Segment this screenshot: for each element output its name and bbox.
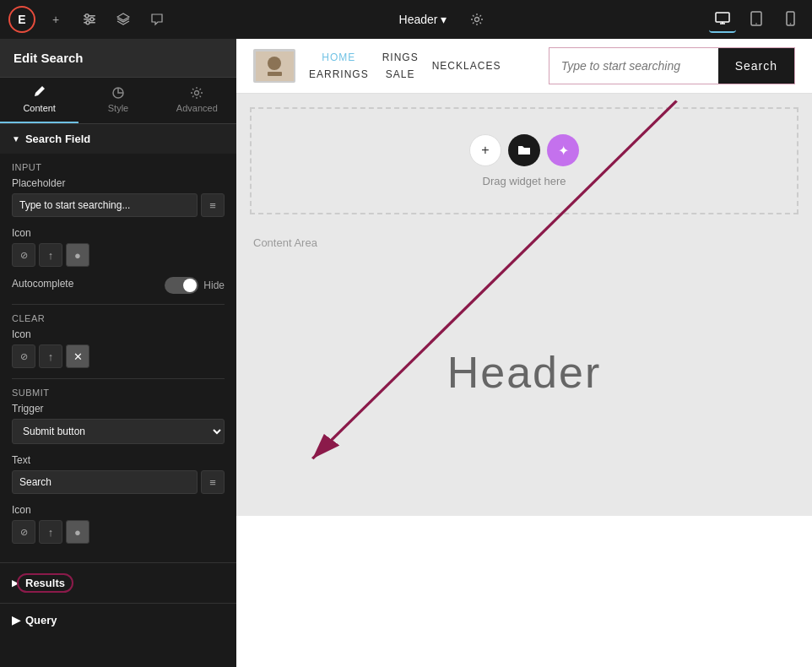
clear-subsection: Clear Icon ⊘ ↑ ✕	[12, 313, 225, 368]
results-label: Results	[17, 573, 73, 593]
preview-nav: HOME EARRINGS RINGS SALE NECKLACES	[309, 52, 535, 80]
trigger-select[interactable]: Submit button On enter Auto	[12, 419, 225, 444]
submit-icon-row: Icon ⊘ ↑ ●	[12, 504, 225, 544]
input-subsection: Input Placeholder ≡	[12, 162, 225, 217]
settings-icon[interactable]	[463, 6, 490, 33]
placeholder-input[interactable]	[12, 193, 198, 217]
nav-col-1: HOME EARRINGS	[309, 52, 369, 80]
no-icon-btn[interactable]: ⊘	[12, 243, 35, 267]
search-field-section-body: Input Placeholder ≡ Icon ⊘ ↑ ●	[0, 154, 236, 562]
search-bar-preview: Search	[549, 47, 795, 84]
search-preview-input[interactable]	[549, 48, 718, 84]
submit-no-icon-btn[interactable]: ⊘	[12, 520, 35, 544]
query-chevron-icon: ▶	[12, 614, 20, 626]
header-big-text: Header	[447, 347, 602, 398]
layers-icon[interactable]	[110, 6, 137, 33]
gear-icon	[190, 86, 203, 100]
desktop-view-btn[interactable]	[709, 6, 736, 33]
folder-btn[interactable]	[508, 134, 540, 166]
style-icon	[111, 86, 125, 100]
clear-icon-group: ⊘ ↑ ✕	[12, 344, 225, 368]
sliders-icon[interactable]	[76, 6, 103, 33]
right-canvas: HOME EARRINGS RINGS SALE NECKLACES Searc…	[236, 39, 812, 667]
submit-icon-label: Icon	[12, 504, 225, 516]
clear-upload-btn[interactable]: ↑	[39, 344, 62, 368]
placeholder-input-group: ≡	[12, 193, 225, 217]
drag-zone-buttons: + ✦	[469, 134, 579, 166]
placeholder-align-icon[interactable]: ≡	[201, 193, 225, 217]
trigger-label: Trigger	[12, 403, 225, 415]
nav-home[interactable]: HOME	[322, 52, 355, 63]
nav-sale[interactable]: SALE	[386, 68, 415, 80]
svg-point-9	[755, 23, 757, 24]
chevron-down-icon: ▼	[12, 134, 20, 144]
results-section-header[interactable]: ▶ Results	[0, 563, 236, 603]
chat-icon[interactable]	[143, 6, 171, 33]
drag-widget-zone[interactable]: + ✦ Drag widget here	[250, 107, 798, 214]
icon-field-row: Icon ⊘ ↑ ●	[12, 227, 225, 267]
trigger-input-group: Submit button On enter Auto	[12, 419, 225, 444]
results-section: ▶ Results	[0, 562, 236, 603]
pencil-icon	[33, 86, 46, 100]
preview-content: + ✦ Drag widget here Content Area Header	[236, 94, 812, 516]
sparkle-btn[interactable]: ✦	[547, 134, 579, 166]
preview-main-area: Content Area Header	[236, 228, 812, 516]
icon-label: Icon	[12, 227, 225, 239]
svg-point-15	[268, 57, 281, 70]
submit-subsection: Submit Trigger Submit button On enter Au…	[12, 388, 225, 444]
submit-icon-group: ⊘ ↑ ●	[12, 520, 225, 544]
autocomplete-row: Autocomplete Hide	[12, 277, 225, 294]
svg-point-6	[475, 18, 479, 22]
panel-content: ▼ Search Field Input Placeholder ≡ Icon	[0, 124, 236, 667]
submit-circle-btn[interactable]: ●	[66, 520, 89, 544]
top-toolbar: E + Header ▾	[0, 0, 812, 39]
elementor-logo[interactable]: E	[8, 6, 35, 33]
preview-header: HOME EARRINGS RINGS SALE NECKLACES Searc…	[236, 39, 812, 94]
submit-text-input[interactable]	[12, 470, 198, 494]
panel-title: Edit Search	[0, 39, 236, 78]
drag-zone-text: Drag widget here	[483, 175, 566, 187]
nav-necklaces[interactable]: NECKLACES	[432, 60, 501, 72]
panel-tabs: Content Style Advanced	[0, 78, 236, 124]
text-align-icon[interactable]: ≡	[201, 470, 225, 494]
content-area-label: Content Area	[253, 236, 317, 249]
placeholder-label: Placeholder	[12, 177, 225, 189]
add-button[interactable]: +	[42, 6, 69, 33]
divider-1	[12, 304, 225, 305]
nav-col-3: NECKLACES	[432, 60, 501, 72]
nav-col-2: RINGS SALE	[382, 52, 419, 80]
svg-point-5	[86, 21, 89, 24]
tablet-view-btn[interactable]	[743, 6, 770, 33]
icon-input-group: ⊘ ↑ ●	[12, 243, 225, 267]
mobile-view-btn[interactable]	[777, 6, 804, 33]
svg-point-13	[195, 91, 199, 95]
header-dropdown[interactable]: Header ▾	[389, 8, 457, 31]
svg-point-11	[789, 23, 791, 24]
site-logo	[253, 49, 295, 83]
search-field-section-header[interactable]: ▼ Search Field	[0, 124, 236, 154]
search-preview-button[interactable]: Search	[718, 48, 794, 84]
clear-label: Clear	[12, 313, 225, 323]
circle-icon-btn[interactable]: ●	[66, 243, 89, 267]
svg-rect-16	[268, 72, 282, 76]
tab-content[interactable]: Content	[0, 78, 78, 123]
input-label: Input	[12, 162, 225, 172]
nav-rings[interactable]: RINGS	[382, 52, 419, 63]
upload-icon-btn[interactable]: ↑	[39, 243, 62, 267]
nav-earrings[interactable]: EARRINGS	[309, 68, 369, 80]
svg-rect-7	[716, 13, 729, 22]
autocomplete-toggle[interactable]	[165, 277, 198, 294]
tab-advanced[interactable]: Advanced	[158, 78, 236, 123]
clear-icon-label: Icon	[12, 328, 225, 340]
svg-point-4	[90, 18, 94, 21]
submit-upload-btn[interactable]: ↑	[39, 520, 62, 544]
text-label: Text	[12, 454, 225, 466]
clear-x-btn[interactable]: ✕	[66, 344, 89, 368]
submit-label: Submit	[12, 388, 225, 398]
text-field-row: Text ≡	[12, 454, 225, 494]
clear-no-icon-btn[interactable]: ⊘	[12, 344, 35, 368]
add-widget-btn[interactable]: +	[469, 134, 501, 166]
svg-point-3	[85, 14, 89, 18]
tab-style[interactable]: Style	[78, 78, 157, 123]
query-section-header[interactable]: ▶ Query	[0, 603, 236, 637]
